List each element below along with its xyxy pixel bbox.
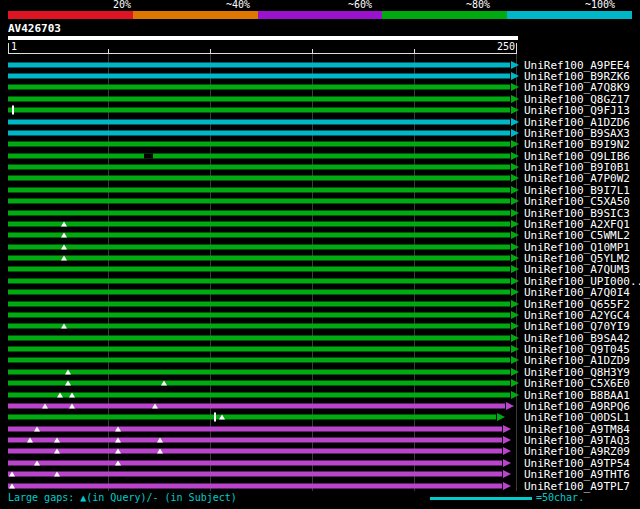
- hit-accession-label[interactable]: UniRef100_A9TM84: [524, 423, 630, 434]
- arrowhead-icon: [511, 163, 519, 171]
- arrowhead-icon: [511, 300, 519, 308]
- hit-accession-label[interactable]: UniRef100_A2XFQ1: [524, 218, 630, 229]
- arrowhead-icon: [511, 334, 519, 342]
- alignment-bar[interactable]: [8, 130, 510, 135]
- alignment-bar[interactable]: [8, 381, 510, 386]
- alignment-bar[interactable]: [8, 233, 510, 238]
- hit-accession-label[interactable]: UniRef100_Q9FJ13: [524, 105, 630, 116]
- hit-accession-label[interactable]: UniRef100_A7Q0I4: [524, 287, 630, 298]
- alignment-bar[interactable]: [8, 449, 502, 454]
- arrowhead-icon: [511, 220, 519, 228]
- alignment-bar[interactable]: [8, 221, 510, 226]
- alignment-bar[interactable]: [8, 347, 510, 352]
- key-segment-80pct: [382, 11, 507, 19]
- alignment-bar[interactable]: [8, 74, 510, 79]
- alignment-bar[interactable]: [8, 62, 510, 67]
- key-segment-60pct: [258, 11, 383, 19]
- hit-accession-label[interactable]: UniRef100_Q8GZ17: [524, 93, 630, 104]
- alignment-bar[interactable]: [8, 324, 510, 329]
- hit-accession-label[interactable]: UniRef100_A1DZD9: [524, 355, 630, 366]
- hit-accession-label[interactable]: UniRef100_A9PEE4: [524, 59, 630, 70]
- arrowhead-icon: [511, 322, 519, 330]
- alignment-bar[interactable]: [8, 119, 510, 124]
- ruler-tick: [414, 49, 415, 53]
- boundary-tick-mark: [12, 106, 14, 115]
- alignment-bar[interactable]: [8, 256, 510, 261]
- gap-triangle-icon: [54, 472, 60, 477]
- alignment-bar[interactable]: [8, 210, 510, 215]
- hit-accession-label[interactable]: UniRef100_B9I9N2: [524, 139, 630, 150]
- hit-accession-label[interactable]: UniRef100_UPI000...: [524, 275, 640, 286]
- hit-accession-label[interactable]: UniRef100_Q10MP1: [524, 241, 630, 252]
- hit-accession-label[interactable]: UniRef100_C5X6E0: [524, 378, 630, 389]
- hit-accession-label[interactable]: UniRef100_C5WML2: [524, 230, 630, 241]
- arrowhead-icon: [503, 425, 511, 433]
- alignment-bar[interactable]: [8, 335, 510, 340]
- hit-accession-label[interactable]: UniRef100_Q0DSL1: [524, 412, 630, 423]
- hit-accession-label[interactable]: UniRef100_Q70YI9: [524, 321, 630, 332]
- hit-accession-label[interactable]: UniRef100_B9SA42: [524, 332, 630, 343]
- hit-accession-label[interactable]: UniRef100_B9RZK6: [524, 71, 630, 82]
- hit-accession-label[interactable]: UniRef100_A9RPQ6: [524, 400, 630, 411]
- hit-accession-label[interactable]: UniRef100_B9SIC3: [524, 207, 630, 218]
- hit-accession-label[interactable]: UniRef100_A9TPL7: [524, 480, 630, 491]
- arrowhead-icon: [497, 413, 505, 421]
- hit-accession-label[interactable]: UniRef100_A1DZD6: [524, 116, 630, 127]
- alignment-bar[interactable]: [8, 392, 510, 397]
- hit-accession-label[interactable]: UniRef100_A7Q8K9: [524, 82, 630, 93]
- alignment-bar[interactable]: [8, 244, 510, 249]
- alignment-bar[interactable]: [8, 199, 510, 204]
- arrowhead-icon: [511, 345, 519, 353]
- alignment-bar[interactable]: [8, 290, 510, 295]
- hit-accession-label[interactable]: UniRef100_B8BAA1: [524, 389, 630, 400]
- boundary-tick-mark: [214, 413, 216, 422]
- alignment-bar[interactable]: [8, 438, 502, 443]
- alignment-bar[interactable]: [8, 415, 496, 420]
- alignment-bar[interactable]: [8, 403, 505, 408]
- alignment-bar[interactable]: [8, 369, 510, 374]
- hit-accession-label[interactable]: UniRef100_A7P0W2: [524, 173, 630, 184]
- alignment-bar[interactable]: [8, 358, 510, 363]
- alignment-rows: UniRef100_A9PEE4UniRef100_B9RZK6UniRef10…: [0, 59, 640, 491]
- alignment-bar[interactable]: [8, 85, 510, 90]
- alignment-bar[interactable]: [8, 187, 510, 192]
- hit-accession-label[interactable]: UniRef100_A9TAQ3: [524, 435, 630, 446]
- hit-accession-label[interactable]: UniRef100_A2YGC4: [524, 309, 630, 320]
- alignment-bar[interactable]: [8, 483, 502, 488]
- hit-accession-label[interactable]: UniRef100_Q9LIB6: [524, 150, 630, 161]
- hit-accession-label[interactable]: UniRef100_A7QUM3: [524, 264, 630, 275]
- alignment-bar[interactable]: [8, 301, 510, 306]
- key-label-20pct: 20%: [113, 0, 131, 10]
- hit-accession-label[interactable]: UniRef100_Q8H3Y9: [524, 366, 630, 377]
- gap-triangle-icon: [69, 392, 75, 397]
- alignment-bar[interactable]: [8, 460, 502, 465]
- hit-accession-label[interactable]: UniRef100_Q655F2: [524, 298, 630, 309]
- ruler-tick: [516, 43, 517, 53]
- gap-triangle-icon: [65, 381, 71, 386]
- alignment-bar[interactable]: [8, 153, 510, 158]
- hit-accession-label[interactable]: UniRef100_Q5YLM2: [524, 253, 630, 264]
- hit-accession-label[interactable]: UniRef100_A9THT6: [524, 469, 630, 480]
- hit-accession-label[interactable]: UniRef100_C5XA50: [524, 196, 630, 207]
- hit-accession-label[interactable]: UniRef100_A9RZ09: [524, 446, 630, 457]
- hit-accession-label[interactable]: UniRef100_B9I0B1: [524, 162, 630, 173]
- arrowhead-icon: [511, 311, 519, 319]
- alignment-bar[interactable]: [8, 312, 510, 317]
- ruler-end-label: 250: [497, 42, 515, 52]
- alignment-bar[interactable]: [8, 142, 510, 147]
- alignment-row[interactable]: UniRef100_A9TPL7: [0, 480, 640, 491]
- ruler-tick: [108, 49, 109, 53]
- hit-accession-label[interactable]: UniRef100_A9TP54: [524, 457, 630, 468]
- alignment-bar[interactable]: [8, 176, 510, 181]
- hit-accession-label[interactable]: UniRef100_B9I7L1: [524, 184, 630, 195]
- alignment-bar[interactable]: [8, 426, 502, 431]
- hit-accession-label[interactable]: UniRef100_B9SAX3: [524, 127, 630, 138]
- alignment-bar[interactable]: [8, 108, 510, 113]
- hit-accession-label[interactable]: UniRef100_Q9T045: [524, 344, 630, 355]
- gap-triangle-icon: [161, 381, 167, 386]
- alignment-bar[interactable]: [8, 165, 510, 170]
- alignment-bar[interactable]: [8, 96, 510, 101]
- alignment-bar[interactable]: [8, 472, 502, 477]
- alignment-bar[interactable]: [8, 278, 510, 283]
- alignment-bar[interactable]: [8, 267, 510, 272]
